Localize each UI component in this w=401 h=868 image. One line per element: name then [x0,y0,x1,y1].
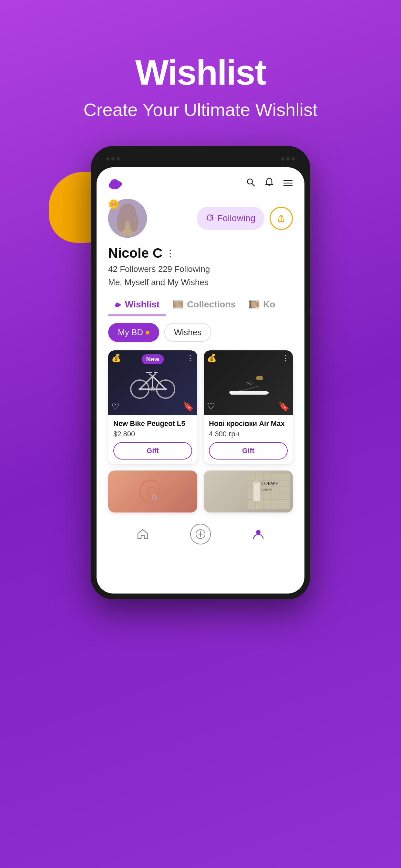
phone-dot [112,157,115,160]
svg-text:LOEWE: LOEWE [261,488,272,491]
phone-dot [281,157,284,160]
nav-profile-button[interactable] [252,528,265,540]
svg-rect-37 [256,376,263,380]
wish-bookmark-icon[interactable]: 🔖 [183,401,194,412]
profile-section: 🌼 Following [96,196,305,287]
profile-stats: 42 Followers 229 Following [108,264,293,274]
menu-icon[interactable] [283,178,293,190]
wishlist-tab-icon [115,299,122,310]
wish-heart-shoes-icon[interactable]: ♡ [207,401,215,412]
tab-ko-label: Ko [263,299,275,310]
tab-ko[interactable]: 🎞️ Ko [242,294,281,315]
following-button[interactable]: Following [197,207,265,230]
svg-point-12 [117,213,126,232]
svg-line-29 [153,374,156,376]
avatar-container: 🌼 [108,199,147,238]
my-bd-label: My BD [118,328,143,337]
wish-more-icon[interactable]: ⋮ [186,353,194,363]
phone-dot [106,157,110,160]
gift-button-shoes[interactable]: Gift [209,442,288,460]
wishes-label: Wishes [174,328,202,337]
phone-dot [291,157,295,160]
profile-actions: Following [197,207,293,230]
gift-button-bike[interactable]: Gift [113,442,192,460]
svg-point-38 [152,495,156,499]
phone-dots [106,157,120,160]
wish-heart-icon[interactable]: ♡ [112,401,120,412]
pill-dot [146,331,150,335]
wish-card-shoes: 💰 ⋮ ♡ 🔖 Нові кросівки Air Max 4 300 грн … [204,350,293,464]
tab-collections[interactable]: 🎞️ Collections [166,294,242,315]
wish-price-bike: $2 800 [113,430,192,438]
nav-add-button[interactable] [190,524,211,545]
phone-dot [286,157,289,160]
phone-dot [117,157,120,160]
svg-point-55 [256,530,260,534]
new-badge: New [142,354,164,364]
svg-line-24 [140,376,153,389]
svg-point-19 [118,304,121,306]
more-options-icon[interactable]: ⋮ [166,248,175,259]
nav-home-button[interactable] [136,528,149,540]
bell-icon[interactable] [265,177,274,190]
wish-card-ear [108,470,197,513]
svg-rect-49 [255,480,258,484]
tab-collections-label: Collections [187,299,236,310]
filter-pills: My BD Wishes [96,315,305,347]
collections-tab-icon: 🎞️ [173,299,184,310]
wish-card-bike: 💰 New ⋮ ♡ 🔖 New Bike Peugeot L5 $2 800 G [108,350,197,464]
wish-bookmark-shoes-icon[interactable]: 🔖 [278,401,289,412]
filter-wishes[interactable]: Wishes [164,323,211,342]
followers-count: 42 [108,264,118,274]
app-logo [108,176,124,190]
profile-top: 🌼 Following [108,199,293,238]
wish-dollar-icon: 💰 [112,353,121,363]
following-count: 229 [158,264,172,274]
hero-title: Wishlist [135,52,266,93]
profile-tabs: Wishlist 🎞️ Collections 🎞️ Ko [96,294,305,315]
wish-price-shoes: 4 300 грн [209,430,288,438]
profile-name-text: Nicole C [108,245,162,261]
profile-name: Nicole C ⋮ [108,245,293,261]
phone-mockup: 🌼 Following [74,146,327,599]
svg-point-2 [115,181,122,187]
wish-image-bike: 💰 New ⋮ ♡ 🔖 [108,350,197,415]
svg-line-31 [149,374,153,376]
phone-screen: 🌼 Following [96,167,305,593]
phone-dots-right [281,157,295,160]
wish-info-shoes: Нові кросівки Air Max 4 300 грн Gift [204,415,293,464]
svg-line-25 [153,376,166,389]
phone-frame: 🌼 Following [91,146,310,599]
wish-dollar-icon-shoes: 💰 [207,353,217,363]
wish-title-shoes: Нові кросівки Air Max [209,420,288,428]
filter-my-bd[interactable]: My BD [108,323,159,342]
svg-rect-48 [253,482,260,501]
followers-label: Followers [120,264,158,274]
tab-wishlist[interactable]: Wishlist [108,294,166,315]
share-button[interactable] [270,207,293,230]
ear-image [108,470,197,513]
following-label: Following [174,264,210,274]
wish-more-shoes-icon[interactable]: ⋮ [282,353,289,363]
loewe-image: LOEWE LOEWE [204,470,293,513]
search-icon[interactable] [246,177,255,190]
app-header-icons [246,177,293,190]
ko-tab-icon: 🎞️ [249,299,260,310]
wish-card-loewe: LOEWE LOEWE [204,470,293,513]
wish-info-bike: New Bike Peugeot L5 $2 800 Gift [108,415,197,464]
phone-notch-bar [96,152,305,167]
avatar-flower-emoji: 🌼 [108,199,120,210]
app-header [96,167,305,196]
bottom-nav [96,516,305,552]
wishlist-grid: 💰 New ⋮ ♡ 🔖 New Bike Peugeot L5 $2 800 G [96,347,305,516]
profile-bio: Me, Myself and My Wishes [108,277,293,287]
tab-wishlist-label: Wishlist [125,299,159,310]
hero-subtitle: Create Your Ultimate Wishlist [83,99,317,120]
following-btn-label: Following [217,213,255,223]
svg-point-13 [129,213,138,232]
svg-line-4 [252,183,254,186]
phone-notch [172,154,229,163]
wish-image-shoes: 💰 ⋮ ♡ 🔖 [204,350,293,415]
svg-text:LOEWE: LOEWE [261,481,278,486]
wish-title-bike: New Bike Peugeot L5 [113,420,192,428]
